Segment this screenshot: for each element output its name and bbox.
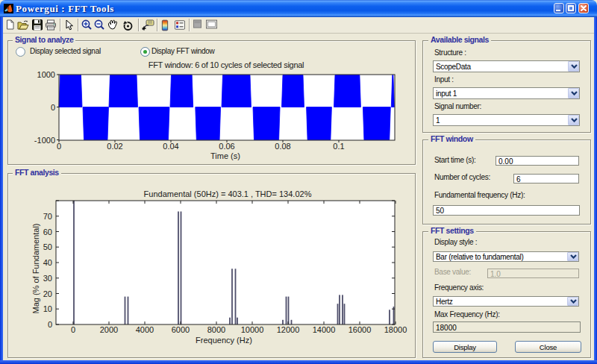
svg-text:FFT window: 6 of 10 cycles of: FFT window: 6 of 10 cycles of selected s…: [149, 60, 304, 69]
svg-text:70: 70: [43, 212, 52, 221]
svg-text:0: 0: [48, 320, 52, 329]
svg-text:-1000: -1000: [34, 136, 55, 145]
svg-text:18000: 18000: [384, 325, 407, 334]
svg-text:Time (s): Time (s): [210, 151, 240, 160]
svg-text:Fundamental (50Hz) = 403.1 , T: Fundamental (50Hz) = 403.1 , THD= 134.02…: [144, 189, 312, 198]
svg-text:0.08: 0.08: [275, 142, 290, 151]
svg-text:Frequency (Hz): Frequency (Hz): [196, 336, 252, 345]
svg-text:0: 0: [71, 325, 75, 334]
svg-text:50: 50: [43, 242, 52, 251]
svg-text:1000: 1000: [37, 70, 55, 79]
svg-text:0.04: 0.04: [163, 142, 178, 151]
svg-text:6000: 6000: [172, 325, 190, 334]
svg-text:0.06: 0.06: [219, 142, 234, 151]
svg-text:10: 10: [43, 304, 52, 313]
svg-text:0.02: 0.02: [107, 142, 122, 151]
svg-text:40: 40: [43, 258, 52, 267]
svg-text:0.1: 0.1: [333, 142, 344, 151]
svg-text:20: 20: [43, 289, 52, 298]
svg-text:60: 60: [43, 228, 52, 236]
svg-text:4000: 4000: [136, 325, 154, 334]
svg-text:0: 0: [57, 142, 61, 151]
svg-text:Mag (% of Fundamental): Mag (% of Fundamental): [31, 223, 40, 313]
svg-text:30: 30: [43, 274, 52, 283]
svg-text:2000: 2000: [100, 325, 118, 334]
svg-text:12000: 12000: [277, 325, 300, 334]
svg-text:8000: 8000: [207, 325, 225, 334]
svg-text:14000: 14000: [313, 325, 336, 334]
svg-text:10000: 10000: [241, 325, 264, 334]
svg-text:0: 0: [51, 103, 55, 112]
svg-text:16000: 16000: [348, 325, 372, 334]
